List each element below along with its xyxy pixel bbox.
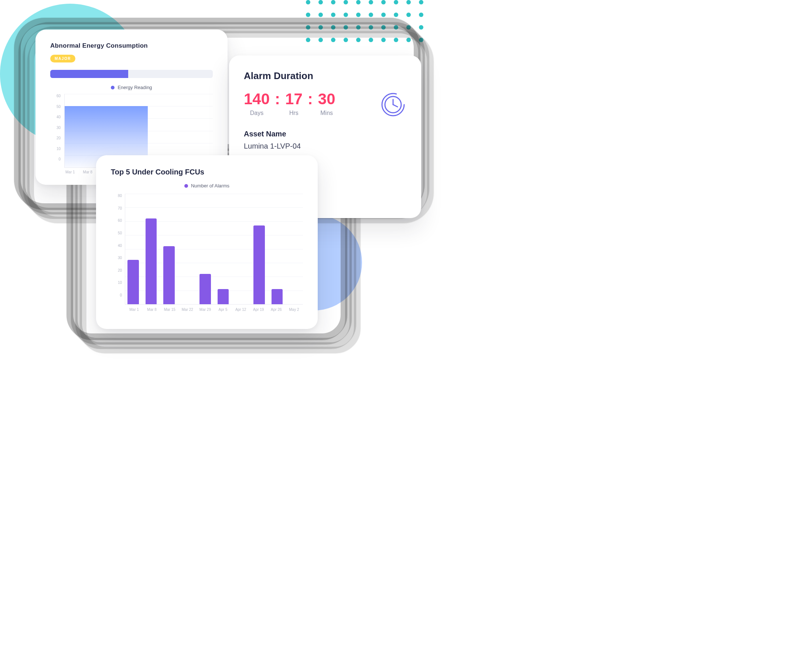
duration-days-value: 140	[244, 91, 270, 107]
severity-badge-major: MAJOR	[50, 55, 75, 63]
legend-energy-reading: Energy Reading	[50, 85, 213, 90]
duration-sep-1: :	[275, 91, 280, 107]
x-tick: May 2	[285, 308, 303, 312]
x-tick: Apr 5	[214, 308, 232, 312]
duration-days-unit: Days	[250, 110, 263, 117]
asset-name-label: Asset Name	[244, 130, 406, 138]
bar	[218, 289, 229, 304]
bar	[200, 274, 211, 304]
bar	[163, 246, 175, 304]
duration-sep-2: :	[308, 91, 313, 107]
legend-dot-icon	[184, 184, 188, 188]
alarm-duration-readout: 140 Days : 17 Hrs : 30 Mins	[244, 91, 335, 117]
legend-number-of-alarms: Number of Alarms	[111, 183, 303, 189]
progress-track	[50, 70, 213, 78]
x-tick: Mar 8	[143, 308, 161, 312]
legend-energy-label: Energy Reading	[117, 85, 152, 90]
card3-title: Top 5 Under Cooling FCUs	[111, 168, 303, 176]
area-chart-y-axis: 60 50 40 30 20 10 0	[50, 94, 61, 168]
legend-dot-icon	[111, 86, 115, 89]
x-tick: Mar 22	[178, 308, 196, 312]
bar-chart-x-axis: Mar 1Mar 8Mar 15Mar 22Mar 29Apr 5Apr 12A…	[125, 308, 303, 312]
bar	[272, 289, 283, 304]
x-tick: Mar 29	[196, 308, 214, 312]
duration-mins-value: 30	[318, 91, 335, 107]
x-tick: Apr 26	[267, 308, 285, 312]
x-tick: Apr 19	[250, 308, 267, 312]
bar	[127, 260, 139, 304]
duration-hrs-value: 17	[285, 91, 302, 107]
duration-hrs-unit: Hrs	[289, 110, 298, 117]
progress-fill	[50, 70, 128, 78]
bar	[146, 218, 157, 304]
svg-line-3	[393, 105, 398, 107]
card1-title: Abnormal Energy Consumption	[50, 42, 213, 49]
asset-name-value: Lumina 1-LVP-04	[244, 142, 406, 151]
clock-icon	[380, 91, 406, 119]
card-under-cooling-fcus: Top 5 Under Cooling FCUs Number of Alarm…	[96, 155, 318, 329]
bar	[253, 226, 265, 304]
legend-alarms-label: Number of Alarms	[191, 183, 229, 189]
bars-row	[125, 194, 303, 304]
x-tick: Mar 1	[125, 308, 143, 312]
card2-title: Alarm Duration	[244, 70, 406, 82]
duration-mins-unit: Mins	[320, 110, 333, 117]
bar-chart-y-axis: 80 70 60 50 40 30 20 10 0	[111, 194, 122, 304]
x-tick: Mar 15	[161, 308, 178, 312]
bar-chart-plot: Mar 1Mar 8Mar 15Mar 22Mar 29Apr 5Apr 12A…	[125, 194, 303, 304]
bar-chart-alarms: 80 70 60 50 40 30 20 10 0 Mar 1Mar 8Mar …	[111, 194, 303, 304]
x-tick: Apr 12	[232, 308, 250, 312]
